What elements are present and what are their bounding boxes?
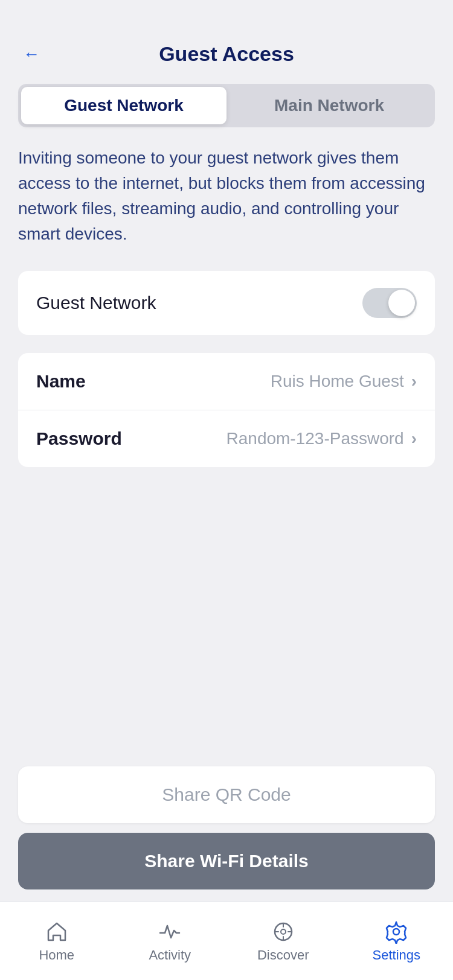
toggle-thumb — [388, 290, 415, 316]
name-chevron-icon: › — [411, 372, 417, 391]
password-value: Random-123-Password — [226, 429, 404, 448]
name-value: Ruis Home Guest — [271, 372, 404, 391]
activity-icon — [158, 920, 182, 944]
tab-selector: Guest Network Main Network — [18, 84, 435, 127]
header: ← Guest Access — [0, 30, 453, 78]
nav-home-label: Home — [39, 947, 74, 963]
nav-discover[interactable]: Discover — [226, 902, 340, 980]
name-label: Name — [36, 371, 86, 392]
toggle-row: Guest Network — [18, 271, 435, 335]
home-icon — [45, 920, 69, 944]
nav-activity[interactable]: Activity — [114, 902, 227, 980]
password-chevron-icon: › — [411, 429, 417, 448]
network-settings-card: Name Ruis Home Guest › Password Random-1… — [18, 353, 435, 467]
guest-network-toggle-card: Guest Network — [18, 271, 435, 335]
bottom-nav: Home Activity Discover Settings — [0, 902, 453, 980]
share-wifi-button[interactable]: Share Wi-Fi Details — [18, 833, 435, 889]
nav-discover-label: Discover — [257, 947, 309, 963]
password-value-container: Random-123-Password › — [226, 429, 417, 448]
nav-activity-label: Activity — [149, 947, 191, 963]
content-spacer — [0, 479, 453, 754]
bottom-section: Share QR Code Share Wi-Fi Details — [0, 754, 453, 902]
description-text: Inviting someone to your guest network g… — [18, 145, 435, 247]
password-label: Password — [36, 428, 122, 449]
guest-network-toggle[interactable] — [362, 288, 417, 318]
page-title: Guest Access — [159, 42, 294, 66]
status-bar — [0, 0, 453, 30]
nav-home[interactable]: Home — [0, 902, 114, 980]
settings-icon — [384, 920, 408, 944]
tab-main-network[interactable]: Main Network — [226, 87, 432, 124]
name-value-container: Ruis Home Guest › — [271, 372, 417, 391]
discover-icon — [271, 920, 295, 944]
nav-settings[interactable]: Settings — [340, 902, 454, 980]
share-qr-button[interactable]: Share QR Code — [18, 766, 435, 823]
back-button[interactable]: ← — [18, 41, 45, 68]
toggle-label: Guest Network — [36, 293, 156, 313]
tab-guest-network[interactable]: Guest Network — [21, 87, 226, 124]
svg-point-6 — [393, 929, 399, 935]
svg-point-1 — [281, 929, 286, 934]
back-arrow-icon: ← — [23, 45, 40, 63]
name-row[interactable]: Name Ruis Home Guest › — [18, 353, 435, 410]
password-row[interactable]: Password Random-123-Password › — [18, 410, 435, 467]
nav-settings-label: Settings — [373, 947, 421, 963]
